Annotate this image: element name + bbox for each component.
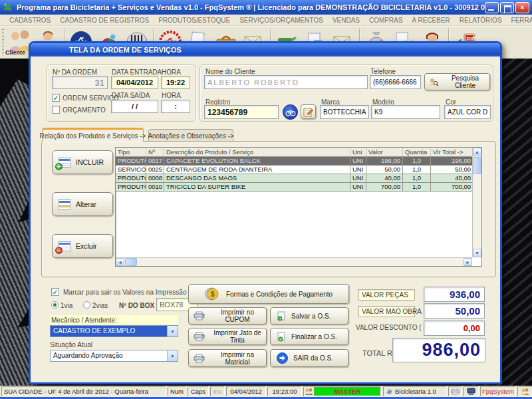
menu-produtos-estoque[interactable]: PRODUTOS/ESTOQUE [154, 17, 235, 24]
incluir-button[interactable]: + INCLUIR [52, 150, 113, 174]
tab-anotacoes[interactable]: Anotações e Observações -> [148, 129, 233, 142]
exit-time-label: HORA [162, 92, 181, 99]
statusbar: SUA CIDADE - UF 4 de Abril de 2012 - Qua… [0, 386, 532, 397]
add-row-icon: + [58, 158, 71, 168]
print-inkjet-button[interactable]: Imprimir Jato de Tinta [188, 328, 267, 345]
users-icon [305, 388, 313, 396]
minimize-button[interactable] [485, 2, 499, 13]
col-descricao[interactable]: Descrição do Produto / Serviço [164, 148, 350, 156]
ordem-servico-checkbox[interactable]: ✓ [52, 94, 60, 102]
chevron-down-icon[interactable]: ▼ [167, 326, 178, 336]
menu-ferramentas[interactable]: FERRAMENTAS [507, 17, 532, 24]
col-tipo[interactable]: Tipo [116, 148, 146, 156]
col-vlr-total[interactable]: Vlr Total -> [431, 148, 473, 156]
statusbar-caps: Caps [188, 386, 209, 396]
statusbar-users2 [517, 386, 532, 396]
print-values-checkbox[interactable]: ✓ [51, 288, 59, 296]
chevron-down-icon[interactable]: ▼ [167, 350, 178, 361]
scroll-down-icon[interactable]: ▼ [473, 249, 481, 257]
notepad-icon [303, 107, 313, 117]
exit-time-field[interactable]: : [161, 100, 190, 113]
via2-radio[interactable] [83, 301, 90, 309]
orcamento-checkbox[interactable] [52, 106, 60, 114]
order-groupbox: Nº DA ORDEM 31 DATA ENTRADA 04/04/2012 H… [47, 65, 196, 122]
menu-vendas[interactable]: VENDAS [328, 17, 364, 24]
scroll-left-icon[interactable]: ◄ [116, 258, 124, 266]
vertical-scrollbar[interactable]: ▲ ▼ [472, 148, 481, 257]
alterar-button[interactable]: Alterar [52, 192, 113, 216]
svg-text:$: $ [211, 291, 215, 298]
col-uni[interactable]: Uni [350, 148, 366, 156]
finalize-os-label: Finalizar a O.S. [291, 333, 337, 340]
statusbar-monitor[interactable] [464, 386, 479, 396]
table-row[interactable]: PRODUTO0010TRICICLO DA SUPER BIKEUNI700,… [116, 183, 481, 192]
scroll-up-icon[interactable]: ▲ [473, 148, 481, 156]
bike-search-button[interactable] [283, 104, 298, 120]
statusbar-ins: Ins [210, 386, 225, 396]
save-os-button[interactable]: Salvar a O.S. [270, 307, 348, 325]
menu-relatorios[interactable]: RELATÓRIOS [455, 17, 507, 24]
menu-servicos-orcamentos[interactable]: SERVIÇOS/ORÇAMENTOS [235, 17, 328, 24]
print-cupom-button[interactable]: Imprimir no CUPOM [188, 307, 267, 325]
phone-label: Telefone [370, 68, 396, 75]
check-doc-icon [277, 332, 287, 342]
delete-row-icon: − [58, 241, 71, 251]
mechanic-combobox[interactable]: CADASTRO DE EXEMPLO ▼ [50, 325, 178, 337]
menu-compras[interactable]: COMPRAS [364, 17, 408, 24]
entry-time-field[interactable]: 19:22 [161, 76, 190, 89]
table-row[interactable]: PRODUTO0017CAPACETE EVOLUTION BALCKUNI19… [116, 157, 481, 166]
order-number-field[interactable]: 31 [52, 76, 108, 89]
screen: Programa para Bicicletaria + Serviços e … [0, 0, 532, 399]
parts-value-field: 936,00 [424, 287, 485, 302]
hscroll-thumb[interactable] [125, 258, 137, 266]
exit-date-field[interactable]: / / [111, 100, 158, 113]
notes-button[interactable] [301, 104, 316, 119]
close-button[interactable]: × [515, 2, 529, 13]
finalize-os-button[interactable]: Finalizar a O.S. [270, 328, 348, 345]
print-matrix-button[interactable]: Imprimir na Matricial [188, 349, 267, 367]
payment-terms-button[interactable]: $ Formas e Condições de Pagamento [188, 284, 349, 304]
col-valor[interactable]: Valor [366, 148, 403, 156]
via2-label: 2vias [92, 302, 108, 309]
registry-field[interactable]: 123456789 [204, 105, 279, 119]
menu-cadastro-de-registros[interactable]: CADASTRO DE REGISTROS [55, 17, 154, 24]
coin-icon: $ [205, 287, 219, 301]
statusbar-brand: FpqSystem [480, 386, 516, 396]
labor-value-field: 50,00 [424, 303, 485, 319]
os-titlebar[interactable]: TELA DA ORDEM DE SERVIÇOS [31, 43, 500, 57]
exit-os-button[interactable]: SAIR da O.S. [270, 349, 348, 367]
restore-button[interactable] [500, 2, 514, 13]
tab-produtos-servicos[interactable]: Relação dos Produtos e Serviços -> [42, 128, 144, 142]
client-name-field[interactable]: ALBERTO ROBERTO [204, 75, 368, 89]
table-row[interactable]: PRODUTO0008DESCANSO DAS MAOSUNI40,001,04… [116, 174, 481, 183]
brand-field[interactable]: BOTTECCHIA [320, 105, 369, 119]
model-field[interactable]: K9 [371, 105, 440, 119]
discount-field[interactable]: 0,00 [424, 321, 485, 336]
save-doc-icon [277, 311, 287, 321]
discount-label: VALOR DESCONTO ( - ) [356, 324, 430, 331]
os-window: TELA DA ORDEM DE SERVIÇOS Nº DA ORDEM 31… [29, 41, 502, 384]
search-client-button[interactable]: Pesquisa Cliente [424, 73, 490, 90]
entry-date-field[interactable]: 04/04/2012 [111, 76, 158, 89]
toolbar-caption-cliente: Cliente [1, 49, 29, 56]
main-titlebar: Programa para Bicicletaria + Serviços e … [0, 0, 532, 15]
via1-radio[interactable] [51, 301, 59, 309]
col-quantia[interactable]: Quantia [403, 148, 431, 156]
edit-row-icon [58, 200, 71, 209]
window-title: Programa para Bicicletaria + Serviços e … [17, 3, 485, 11]
status-label: Situação Atual [50, 341, 92, 348]
statusbar-printer[interactable] [448, 386, 462, 396]
scroll-right-icon[interactable]: ► [464, 258, 472, 266]
excluir-button[interactable]: − Excluir [52, 234, 113, 258]
color-field[interactable]: AZUL COR D [444, 105, 491, 119]
total-label: TOTAL R$ [362, 349, 396, 357]
vscroll-thumb[interactable] [473, 157, 481, 174]
menu-cadastros[interactable]: CADASTROS [5, 17, 55, 24]
table-row[interactable]: SERVICO0025CENTRAGEM DE RODA DIANTEIRAUN… [116, 166, 481, 174]
menu-a-receber[interactable]: A RECEBER [408, 17, 455, 24]
total-field: 986,00 [392, 338, 485, 362]
col-numero[interactable]: Nº [146, 148, 164, 156]
phone-field[interactable]: (66)6666-6666 [370, 75, 421, 89]
horizontal-scrollbar[interactable]: ◄ ► [116, 257, 472, 266]
status-combobox[interactable]: Aguardando Aprovação ▼ [50, 350, 178, 362]
